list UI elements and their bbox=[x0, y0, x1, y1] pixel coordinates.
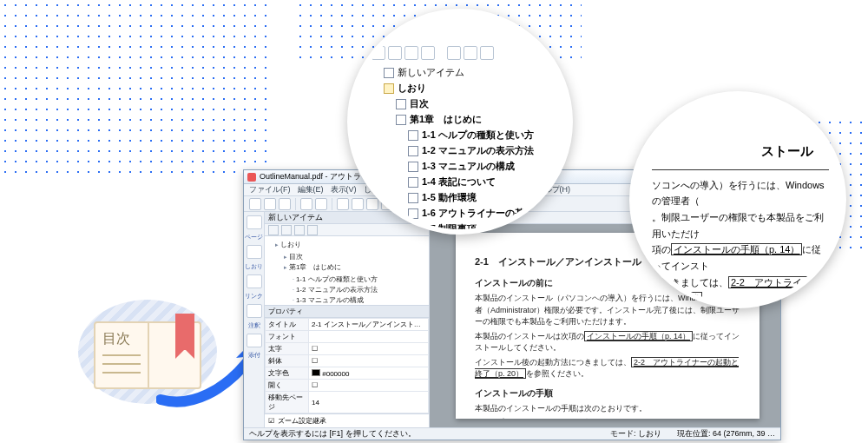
tree-item[interactable]: 1-5 動作環境 bbox=[408, 189, 550, 205]
tree-item[interactable]: 1-2 マニュアルの表示方法 bbox=[293, 285, 427, 295]
tree-item[interactable]: 目次 bbox=[396, 96, 550, 111]
zoom-callout-text: ストール ソコンへの導入）を行うには、Windows の管理者（ 。制限ユーザー… bbox=[629, 91, 846, 308]
sidetab-label: 注釈 bbox=[248, 321, 260, 330]
tree-item[interactable]: 第1章 はじめに 1-1 ヘルプの種類と使い方 1-2 マニュアルの表示方法 1… bbox=[284, 262, 427, 305]
sidetab-bookmark[interactable] bbox=[247, 245, 262, 259]
sidetab-label: しおり bbox=[245, 262, 263, 271]
side-tabs: ページ しおり リンク 注釈 添付 bbox=[244, 212, 265, 427]
tool-icon[interactable] bbox=[447, 46, 461, 60]
divider bbox=[652, 169, 829, 170]
tool-icon[interactable] bbox=[404, 46, 418, 60]
paragraph: 本製品のインストールは次項のインストールの手順（p. 14）に従ってインストール… bbox=[475, 331, 740, 354]
outline-panel: 新しいアイテム しおり 目次 第1章 はじめに bbox=[265, 212, 430, 427]
paragraph: インストール後の起動方法につきましては、2-2 アウトライナーの起動と終了（p.… bbox=[475, 357, 740, 380]
toolbar-button[interactable] bbox=[366, 198, 378, 210]
toolbar-button[interactable] bbox=[352, 198, 364, 210]
menu-file[interactable]: ファイル(F) bbox=[249, 184, 291, 195]
zoom-callout-tree: 新しいアイテム しおり 目次 第1章 はじめに 1-1 ヘルプの種類と使い方 1… bbox=[347, 9, 573, 235]
tree-tool[interactable] bbox=[307, 225, 318, 235]
tree-item[interactable]: 1-3 マニュアルの構成 bbox=[293, 295, 427, 305]
toolbar-button[interactable] bbox=[337, 198, 349, 210]
toolbar-button[interactable] bbox=[300, 198, 312, 210]
prop-row[interactable]: 開く☐ bbox=[266, 380, 429, 392]
toolbar-button[interactable] bbox=[264, 198, 276, 210]
stage: 目次 OutlineManual.pdf - アウトライナー ファイル(F) 編… bbox=[0, 0, 868, 443]
callout-line: ソコンへの導入）を行うには、Windows の管理者（ bbox=[652, 177, 829, 209]
tool-icon[interactable] bbox=[480, 46, 494, 60]
menu-view[interactable]: 表示(V) bbox=[331, 184, 357, 195]
zoom-inherit-check[interactable]: ☑ bbox=[268, 417, 274, 425]
tool-icon[interactable] bbox=[388, 46, 402, 60]
sidetab-label: 添付 bbox=[248, 351, 260, 360]
prop-row[interactable]: 斜体☐ bbox=[266, 355, 429, 367]
sidetab-annot[interactable] bbox=[247, 304, 262, 318]
toolbar-button[interactable] bbox=[315, 198, 327, 210]
sidetab-page[interactable] bbox=[247, 215, 262, 229]
tree-root[interactable]: しおり 目次 第1章 はじめに 1-1 ヘルプの種類と使い方 1-2 マニュアル… bbox=[384, 80, 550, 235]
sidetab-attach[interactable] bbox=[247, 334, 262, 347]
property-grid: プロパティ タイトル2-1 インストール／アンインスト… フォント 太字☐ 斜体… bbox=[265, 305, 429, 427]
menu-edit[interactable]: 編集(E) bbox=[298, 184, 324, 195]
statusbar: ヘルプを表示するには [F1] を押してください。 モード: しおり 現在位置:… bbox=[244, 427, 780, 440]
prop-row[interactable]: 文字色 #000000 bbox=[266, 367, 429, 380]
tool-icon[interactable] bbox=[372, 46, 385, 60]
tree-item[interactable]: 1-3 マニュアルの構成 bbox=[408, 158, 550, 174]
property-header: プロパティ bbox=[265, 306, 429, 318]
tree-item[interactable]: 目次 bbox=[284, 252, 427, 262]
sidetab-link[interactable] bbox=[247, 274, 262, 288]
sidetab-label: リンク bbox=[245, 292, 263, 301]
zoom-inherit-label: ズーム設定継承 bbox=[278, 416, 326, 426]
callout-toolbar bbox=[372, 44, 550, 62]
toolbar-button[interactable] bbox=[279, 198, 291, 210]
tree-item[interactable]: 1-4 表記について bbox=[408, 174, 550, 189]
prop-row[interactable]: タイトル2-1 インストール／アンインスト… bbox=[266, 319, 429, 331]
tree-tool[interactable] bbox=[268, 225, 279, 235]
callout-line: 項のインストールの手順（p. 14）に従ってインスト bbox=[652, 241, 829, 274]
prop-row[interactable]: フォント bbox=[266, 331, 429, 343]
xref-link[interactable]: インストールの手順（p. 14） bbox=[584, 331, 693, 341]
tree-tool[interactable] bbox=[294, 225, 305, 235]
sidetab-label: ページ bbox=[245, 233, 263, 241]
tree-item[interactable]: 1-2 マニュアルの表示方法 bbox=[408, 142, 550, 158]
tree-tool[interactable] bbox=[281, 225, 292, 235]
app-icon bbox=[247, 173, 256, 182]
tree-item[interactable]: 1-1 ヘルプの種類と使い方 bbox=[408, 127, 550, 142]
prop-row[interactable]: 移動先ページ14 bbox=[266, 392, 429, 413]
book-label: 目次 bbox=[102, 330, 130, 348]
callout-heading: ストール bbox=[652, 140, 829, 162]
outline-tree[interactable]: しおり 目次 第1章 はじめに 1-1 ヘルプの種類と使い方 1-2 マニュアル… bbox=[265, 236, 429, 305]
outline-toolbar bbox=[265, 224, 429, 236]
status-right: モード: しおり 現在位置: 64 (276mm, 39 … bbox=[610, 428, 775, 440]
tree-item[interactable]: 1-1 ヘルプの種類と使い方 bbox=[293, 274, 427, 285]
tree-item[interactable]: 新しいアイテム bbox=[384, 64, 550, 80]
decorative-dots bbox=[0, 0, 269, 174]
prop-row[interactable]: 太字☐ bbox=[266, 343, 429, 355]
tree-root[interactable]: しおり 目次 第1章 はじめに 1-1 ヘルプの種類と使い方 1-2 マニュアル… bbox=[275, 240, 427, 305]
subsection-heading: インストールの手順 bbox=[475, 387, 740, 400]
paragraph: 本製品のインストールの手順は次のとおりです。 bbox=[475, 403, 740, 415]
tool-icon[interactable] bbox=[421, 46, 435, 60]
list-item: アプリケーションをすべて終了してください。 bbox=[489, 417, 740, 419]
status-left: ヘルプを表示するには [F1] を押してください。 bbox=[249, 428, 416, 440]
tool-icon[interactable] bbox=[464, 46, 477, 60]
xref-link[interactable]: インストールの手順（p. 14） bbox=[671, 243, 802, 255]
callout-line: 。制限ユーザーの権限でも本製品をご利用いただけ bbox=[652, 209, 829, 241]
toolbar-button[interactable] bbox=[249, 198, 261, 210]
